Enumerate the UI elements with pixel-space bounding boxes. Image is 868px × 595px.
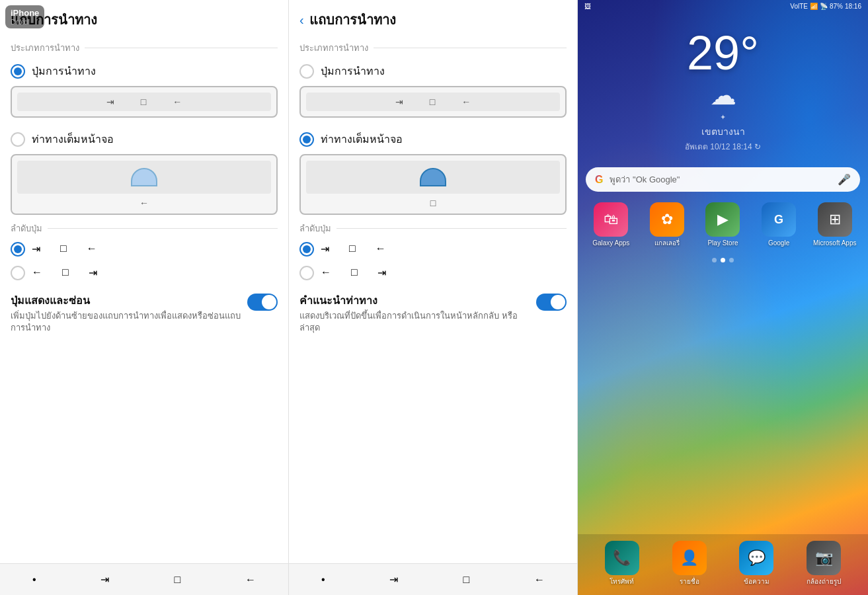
icon-recent: ⇥ [32,243,40,255]
bottom-home: □ [174,574,180,586]
app-gallery[interactable]: ✿ แกลเลอรี่ [642,202,693,247]
status-signal: 📡 [820,3,828,10]
watermark: iPhone Droid [5,5,44,28]
panel1-toggle-text: ปุ่มแสดงและซ่อน เพิ่มปุ่มไปยังด้านซ้ายขอ… [11,292,241,334]
panel2-bottom-nav: • ⇥ □ ← [289,563,577,595]
p2-bottom-back: ← [534,574,545,586]
panel2-nav-recent: ⇥ [395,97,403,107]
panel2-toggle-desc: แสดงบริเวณที่ปัดขึ้นเพื่อการดำเนินการในห… [299,310,530,334]
app-playstore[interactable]: ▶ Play Store [697,202,748,247]
status-volte: VolTE [790,3,808,10]
panel1-option1-radio[interactable] [11,64,25,79]
page-dot-2 [729,258,734,262]
app-google[interactable]: G Google [754,202,805,247]
panel2-order-row2[interactable]: ← □ ⇥ [289,260,577,284]
status-battery: 87% [830,3,843,10]
status-right-icons: VolTE 📶 📡 87% 18:16 [790,3,861,10]
panel2-option1-radio[interactable] [299,64,314,79]
panel1-option1-label: ปุ่มการนำทาง [32,63,96,79]
panel2-order-row1[interactable]: ⇥ □ ← [289,237,577,260]
phone-icon[interactable]: 📞 [605,541,639,575]
watermark-sub: Droid [11,18,39,26]
panel1-option2-row[interactable]: ท่าทางเต็มหน้าจอ [0,124,288,150]
icon-home2: □ [62,266,69,278]
panel1-order2-radio[interactable] [11,266,25,280]
panel2-back-button[interactable]: ‹ [299,13,304,28]
temperature-display: 29° [578,26,868,80]
panel2-toggle-text: คำแนะนำท่าทาง แสดงบริเวณที่ปัดขึ้นเพื่อก… [299,292,530,334]
app-galaxy[interactable]: 🛍 Galaxy Apps [586,202,637,247]
bottom-dot: • [32,574,36,586]
android-screen: 🖼 VolTE 📶 📡 87% 18:16 29° ☁ ✦ เขตบางนา อ… [578,0,868,595]
panel2-toggle[interactable]: คำแนะนำท่าทาง แสดงบริเวณที่ปัดขึ้นเพื่อก… [289,284,577,342]
panel1-order-row2[interactable]: ← □ ⇥ [0,260,288,284]
icon-recent2: ⇥ [89,266,97,279]
search-placeholder-text: พูดว่า "Ok Google" [610,173,831,186]
icon-back: ← [87,243,97,255]
panel2-option1-row[interactable]: ปุ่มการนำทาง [289,56,577,82]
panel2-option2-row[interactable]: ท่าทางเต็มหน้าจอ [289,124,577,150]
p2-icon-back2: ← [321,266,331,278]
panel1-section1-label: ประเภทการนำทาง [0,37,288,56]
app-grid-row1: 🛍 Galaxy Apps ✿ แกลเลอรี่ ▶ Play Store G… [578,197,868,253]
p2-icon-home2: □ [351,266,358,278]
app-microsoft[interactable]: ⊞ Microsoft Apps [809,202,860,247]
panel2-toggle-title: คำแนะนำท่าทาง [299,292,530,309]
panel2-gesture-pill [420,168,446,186]
panels-wrapper: iPhone Droid แถบการนำทาง ประเภทการนำทาง … [0,0,578,595]
panel2-toggle-switch[interactable] [536,294,567,311]
panel2-order1-radio[interactable] [299,242,314,257]
playstore-icon[interactable]: ▶ [705,202,740,237]
location-icon: ✦ [578,113,868,122]
panel1-gesture-arrow: ← [139,198,149,208]
panel1-gesture-pill [131,168,157,186]
panel2-nav-bar: ⇥ □ ← [306,93,560,111]
gallery-icon[interactable]: ✿ [650,202,684,237]
p2-icon-back: ← [375,243,386,255]
panel1-order1-radio[interactable] [11,242,25,257]
dock-phone[interactable]: 📞 โทรศัพท์ [591,541,653,586]
google-search-bar[interactable]: G พูดว่า "Ok Google" 🎤 [586,167,860,192]
panel1-order-row1[interactable]: ⇥ □ ← [0,237,288,260]
dock-messages[interactable]: 💬 ข้อความ [726,541,788,586]
mic-icon[interactable]: 🎤 [838,173,851,186]
panel1-option1-row[interactable]: ปุ่มการนำทาง [0,56,288,82]
contacts-icon[interactable]: 👤 [672,541,707,575]
galaxy-apps-icon[interactable]: 🛍 [594,202,628,237]
panel2-option2-radio[interactable] [299,132,314,147]
panel2-order2-radio[interactable] [299,266,314,280]
panel1-nav-illustration: ⇥ □ ← [11,86,278,118]
bottom-recent: ⇥ [100,573,109,586]
panel1-section2-label: ลำดับปุ่ม [0,218,288,237]
status-time: 18:16 [845,3,861,10]
panel1-nav-recent: ⇥ [106,97,114,107]
contacts-label: รายชื่อ [680,578,699,586]
panel1-toggle[interactable]: ปุ่มแสดงและซ่อน เพิ่มปุ่มไปยังด้านซ้ายขอ… [0,284,288,342]
panel1-toggle-switch[interactable] [247,294,278,311]
google-logo: G [595,174,603,186]
panel1-gesture-bar [17,161,271,194]
messages-icon[interactable]: 💬 [739,541,773,575]
google-icon[interactable]: G [762,202,796,237]
status-wifi: 📶 [810,3,818,10]
panel2-gesture-bar [306,161,560,194]
panel2-order2-icons: ← □ ⇥ [321,266,567,279]
google-label: Google [768,239,789,247]
camera-icon[interactable]: 📷 [807,541,841,575]
panel2-gesture-illustration: □ [299,154,567,215]
weather-widget: 29° ☁ ✦ เขตบางนา อัพเดต 10/12 18:14 ↻ [578,13,868,159]
dock-contacts[interactable]: 👤 รายชื่อ [658,541,721,586]
panel-2: ‹ แถบการนำทาง ประเภทการนำทาง ปุ่มการนำทา… [289,0,578,595]
galaxy-apps-label: Galaxy Apps [592,239,629,247]
panel2-option1-label: ปุ่มการนำทาง [321,63,385,79]
panel1-option2-radio[interactable] [11,132,25,147]
icon-back2: ← [32,266,42,278]
microsoft-icon[interactable]: ⊞ [818,202,852,237]
dock-camera[interactable]: 📷 กล้องถ่ายรูป [793,541,855,586]
panel1-option2-label: ท่าทางเต็มหน้าจอ [32,131,114,147]
refresh-icon: ↻ [754,142,761,151]
location-name: เขตบางนา [578,124,868,139]
panel1-nav-home: □ [141,97,146,107]
p2-icon-home: □ [349,243,356,255]
microsoft-label: Microsoft Apps [813,239,857,247]
